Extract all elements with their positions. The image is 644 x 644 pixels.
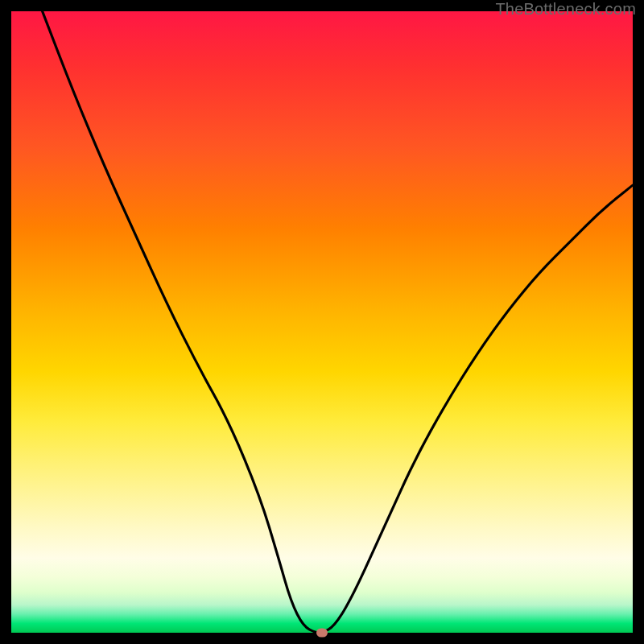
chart-container: TheBottleneck.com bbox=[0, 0, 644, 644]
optimal-point-marker bbox=[316, 629, 328, 638]
plot-area bbox=[11, 11, 633, 633]
watermark-text: TheBottleneck.com bbox=[495, 0, 636, 19]
bottleneck-curve bbox=[11, 11, 633, 633]
